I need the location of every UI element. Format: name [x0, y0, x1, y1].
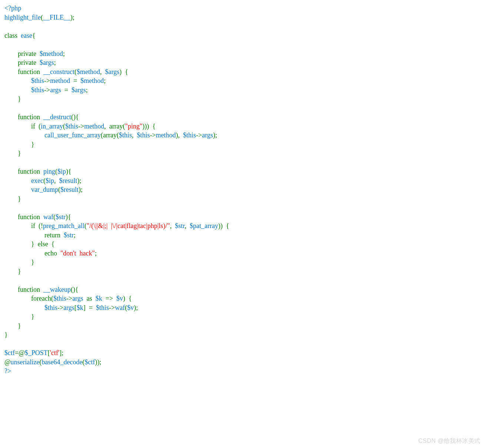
code-token: ; [86, 86, 88, 94]
code-token: function [4, 113, 43, 121]
code-token: ); [70, 14, 74, 21]
code-token: __wakeup [43, 286, 71, 293]
code-token: private [4, 50, 40, 57]
code-token: -> [78, 123, 84, 130]
code-token: $v [127, 304, 134, 311]
code-token: } [4, 150, 21, 157]
code-token: } [4, 195, 21, 203]
code-token: ] = [83, 304, 96, 311]
code-token: )) { [218, 222, 229, 230]
code-token: ); [134, 304, 138, 311]
code-token: return [4, 231, 64, 239]
watermark-text: CSDN @给我杯冰美式 [418, 437, 481, 445]
code-token: { [32, 32, 36, 39]
code-token: function [4, 168, 43, 175]
code-token: ); [77, 177, 81, 184]
code-token: class [4, 32, 21, 39]
code-token: unserialize [11, 358, 40, 366]
code-token: ease [21, 32, 32, 39]
code-token: function [4, 286, 43, 293]
code-token: ); [213, 131, 217, 139]
code-token: $_POST [25, 349, 48, 357]
code-token: ); [79, 186, 83, 193]
php-source-code: <?php highlight_file(__FILE__); class ea… [0, 0, 485, 380]
code-token: } [4, 258, 34, 266]
code-token [4, 131, 44, 139]
code-token: args [50, 86, 64, 94]
code-token: -> [44, 86, 50, 94]
code-token: "don't hack" [60, 250, 95, 257]
code-token: , [132, 131, 137, 139]
code-token: waf [43, 213, 53, 221]
code-token: "/(\||&|;| |\/|cat|flag|tac|php|ls)/" [87, 222, 170, 230]
code-token: $args [105, 68, 119, 76]
code-token: ){ [66, 168, 72, 175]
code-token: $this [31, 86, 44, 94]
code-token: "ping" [125, 123, 143, 130]
code-token: call_user_func_array [44, 131, 101, 139]
code-token: $method [77, 68, 100, 76]
code-token: (){ [71, 286, 79, 293]
code-token: args [63, 304, 74, 311]
code-token: $result [59, 177, 77, 184]
code-token: $str [175, 222, 185, 230]
code-token: as [87, 295, 96, 302]
code-token: preg_match_all [43, 222, 84, 230]
code-token: $args [40, 59, 54, 66]
code-token: $args [72, 86, 86, 94]
code-token: exec [31, 177, 43, 184]
code-token: ?> [4, 367, 11, 375]
code-token: )); [95, 358, 101, 366]
code-token: foreach( [4, 295, 53, 302]
code-token: -> [109, 304, 115, 311]
code-token: $ip [57, 168, 66, 175]
code-token: } [4, 268, 21, 275]
code-token: $str [64, 231, 74, 239]
code-token [4, 304, 44, 311]
code-token: ) { [123, 295, 132, 302]
code-token: $this [96, 304, 109, 311]
code-token: @ [4, 358, 11, 366]
code-token: , array( [104, 123, 125, 130]
code-token: $this [65, 123, 78, 130]
code-token: $str [56, 213, 66, 221]
code-token: var_dump [31, 186, 58, 193]
code-token: base64_decode [42, 358, 83, 366]
code-token: highlight_file [4, 14, 41, 21]
code-token: $pat_array [190, 222, 218, 230]
code-token: $result [60, 186, 79, 193]
code-token: } [4, 95, 21, 103]
code-token [4, 86, 31, 94]
code-token: ; [63, 50, 65, 57]
code-token: __FILE__ [43, 14, 70, 21]
code-token: 'ctf' [50, 349, 59, 357]
code-token: , [170, 222, 175, 230]
code-token: } else { [4, 240, 54, 248]
code-token: , [185, 222, 190, 230]
code-token: (array( [101, 131, 119, 139]
code-token: $this [183, 131, 196, 139]
code-token: method [84, 123, 104, 130]
code-token [4, 177, 31, 184]
code-token: => [106, 295, 116, 302]
code-token: if ( [4, 123, 41, 130]
code-token: ){ [66, 213, 71, 221]
code-token: args [72, 295, 87, 302]
code-token: ), [176, 131, 183, 139]
code-token: $this [44, 304, 57, 311]
code-token: echo [4, 250, 60, 257]
code-token: , [54, 177, 59, 184]
code-token: method [156, 131, 176, 139]
code-token: -> [66, 295, 72, 302]
code-token: ; [74, 231, 76, 239]
code-token: args [202, 131, 213, 139]
code-token: $method [40, 50, 63, 57]
code-token: in_array [41, 123, 63, 130]
code-token: } [4, 141, 34, 148]
code-token: ) { [119, 68, 128, 76]
code-token: $v [116, 295, 123, 302]
code-token: <?php [4, 4, 21, 12]
code-token: $k [77, 304, 83, 311]
code-token: ]; [59, 349, 63, 357]
code-token: = [73, 77, 80, 84]
